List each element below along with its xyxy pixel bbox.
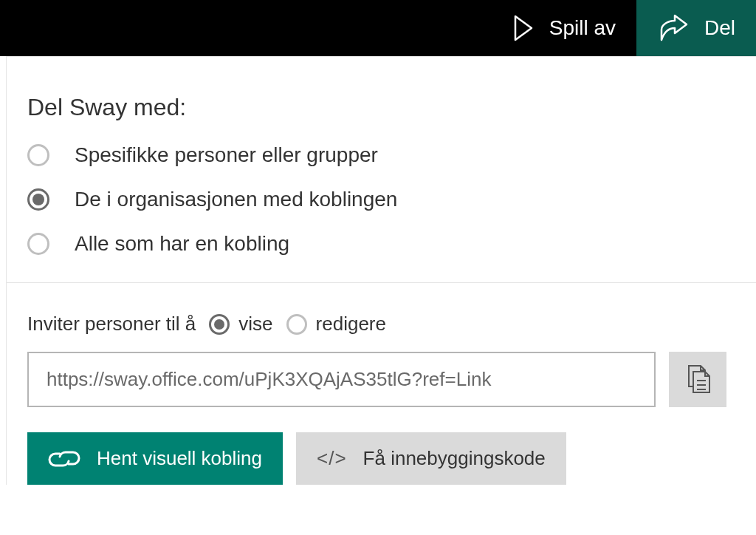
radio-icon xyxy=(27,233,49,255)
permission-edit-label: redigere xyxy=(316,313,386,335)
permission-view-label: vise xyxy=(238,313,272,335)
play-button[interactable]: Spill av xyxy=(492,0,636,56)
radio-label: De i organisasjonen med koblingen xyxy=(75,188,397,211)
embed-code-label: Få innebyggingskode xyxy=(363,447,546,470)
play-button-label: Spill av xyxy=(549,16,616,40)
invite-prefix: Inviter personer til å xyxy=(27,313,196,335)
topbar: Spill av Del xyxy=(0,0,756,56)
play-icon xyxy=(512,13,535,43)
radio-icon xyxy=(27,188,49,211)
share-button[interactable]: Del xyxy=(636,0,756,56)
share-link-input[interactable] xyxy=(27,352,656,407)
radio-icon xyxy=(286,314,307,335)
copy-icon xyxy=(683,363,712,397)
radio-label: Alle som har en kobling xyxy=(75,232,289,256)
copy-link-button[interactable] xyxy=(669,352,726,407)
share-panel-title: Del Sway med: xyxy=(27,94,756,121)
radio-option-org[interactable]: De i organisasjonen med koblingen xyxy=(27,188,756,211)
permission-row: Inviter personer til å vise redigere xyxy=(27,313,756,335)
share-with-radio-group: Spesifikke personer eller grupper De i o… xyxy=(27,143,756,256)
visual-link-button[interactable]: Hent visuell kobling xyxy=(27,432,283,485)
share-button-label: Del xyxy=(704,16,735,40)
permission-edit[interactable]: redigere xyxy=(286,313,386,335)
radio-option-anyone[interactable]: Alle som har en kobling xyxy=(27,232,756,256)
radio-icon xyxy=(27,144,49,166)
share-arrow-icon xyxy=(657,13,690,43)
radio-option-specific[interactable]: Spesifikke personer eller grupper xyxy=(27,143,756,167)
radio-icon xyxy=(209,314,230,335)
action-row: Hent visuell kobling </> Få innebyggings… xyxy=(27,432,756,485)
share-panel: Del Sway med: Spesifikke personer eller … xyxy=(6,56,756,485)
radio-label: Spesifikke personer eller grupper xyxy=(75,143,378,167)
divider xyxy=(7,282,756,283)
link-row xyxy=(27,352,756,407)
visual-link-label: Hent visuell kobling xyxy=(97,447,262,470)
code-icon: </> xyxy=(317,447,347,470)
link-icon xyxy=(48,448,80,470)
embed-code-button[interactable]: </> Få innebyggingskode xyxy=(296,432,566,485)
permission-view[interactable]: vise xyxy=(209,313,272,335)
